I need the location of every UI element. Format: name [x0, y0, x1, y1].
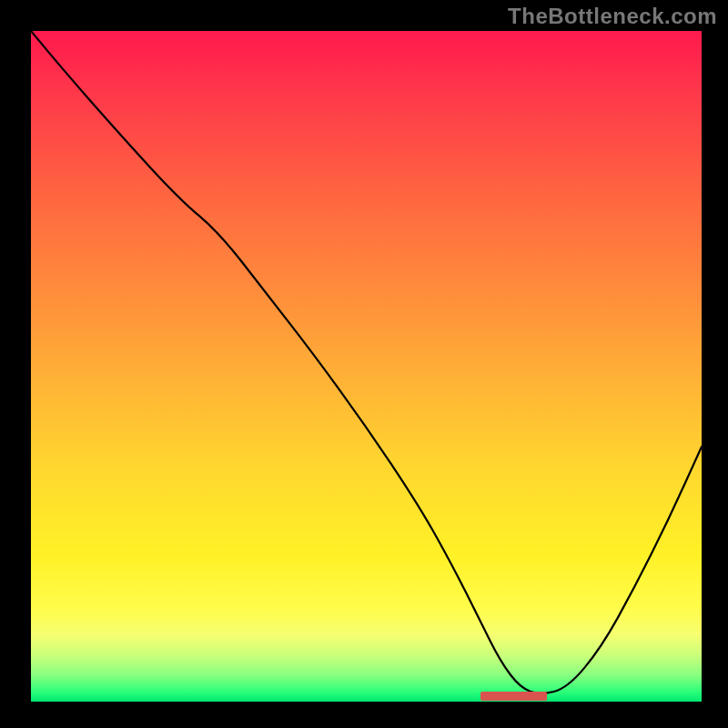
plot-area: [31, 31, 702, 702]
watermark-text: TheBottleneck.com: [508, 4, 717, 29]
optimal-range-marker: [480, 692, 548, 701]
bottleneck-curve: [31, 31, 702, 702]
chart-canvas: TheBottleneck.com: [0, 0, 728, 728]
